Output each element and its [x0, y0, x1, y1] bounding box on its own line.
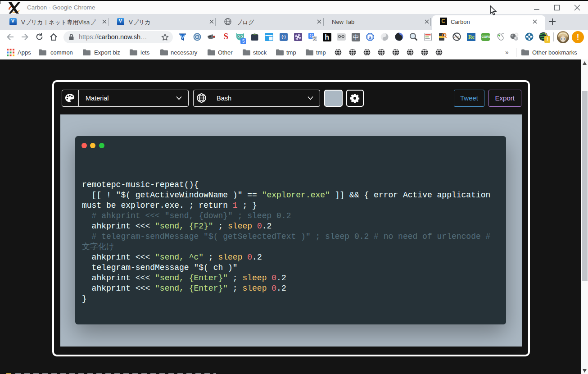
- svg-text:文: 文: [312, 36, 317, 41]
- svg-text:a: a: [369, 34, 372, 40]
- svg-text:csp: csp: [454, 36, 459, 39]
